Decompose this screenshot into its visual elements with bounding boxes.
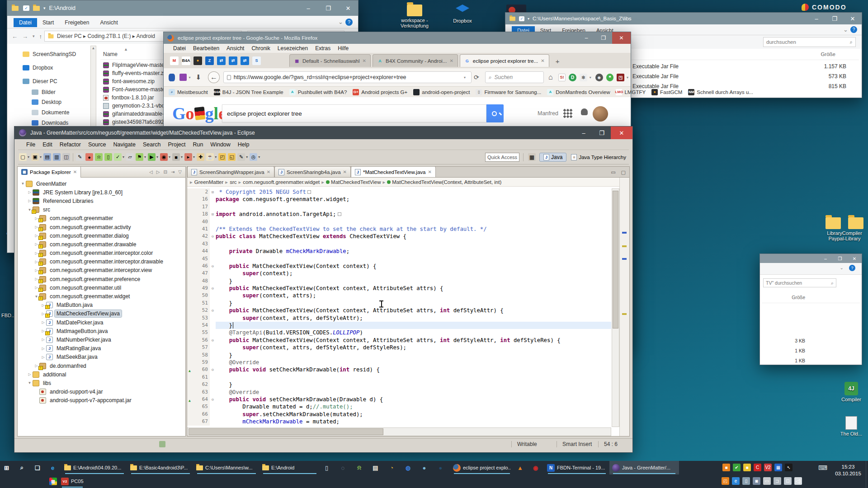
bookmark-item[interactable]: A Pushbullet with B4A? [289, 89, 347, 95]
dropdown-caret-icon[interactable]: ▾ [181, 155, 183, 159]
addon-caret-icon[interactable]: ▾ [590, 75, 591, 80]
tab-close-icon[interactable]: ✕ [267, 169, 270, 174]
view-toolbar-icon[interactable]: ▷ [156, 169, 160, 174]
code-line[interactable]: 47 super(context); [187, 270, 611, 277]
maximize-button[interactable]: ❐ [833, 254, 847, 263]
column-header-size[interactable]: Größe [808, 52, 835, 57]
junit-icon[interactable]: ▱ [126, 153, 134, 161]
globe-icon[interactable]: ◍ [401, 461, 418, 474]
bookmark-item[interactable]: NM Schnell durch Arrays u... [688, 89, 753, 95]
tab-close-icon[interactable]: ✕ [428, 169, 431, 174]
fold-toggle-icon[interactable]: ⊞ [210, 211, 216, 218]
code-line[interactable]: ▲64⊖ public void setCheckMarkDrawable(Dr… [187, 396, 611, 403]
menu-item[interactable]: Refactor [56, 140, 85, 149]
breadcrumb-item[interactable]: com.negusoft.greenmatter.widget [243, 179, 320, 185]
tray2-monitor-icon[interactable]: ⊡ [784, 477, 792, 485]
menu-item[interactable]: Window [207, 140, 234, 149]
fbdn-task[interactable]: NFBDN-Terminal - 19... [544, 461, 609, 474]
editor-tab[interactable]: J ScreenSharingb4a.java ✕ [274, 166, 351, 177]
reload-icon[interactable]: ⟳ [474, 74, 479, 81]
code-line[interactable]: 46⊖ public MatCheckedTextView(Context co… [187, 263, 611, 270]
save-icon[interactable]: ▤ [43, 153, 51, 161]
scroll-up-icon[interactable]: ▲ [91, 46, 96, 50]
help-icon[interactable]: ? [850, 26, 857, 33]
explorer-task[interactable]: E:\Basic4android3\P... [127, 461, 193, 474]
edge-button[interactable]: e [46, 461, 61, 474]
sverweis-addon-icon[interactable]: S! [558, 74, 566, 81]
browser-tab[interactable]: ▦ Default - Schnellauswahl ✕ [289, 54, 371, 67]
close-button[interactable]: ✕ [847, 254, 862, 263]
tree-expander-icon[interactable]: ▷ [27, 199, 32, 203]
tree-item[interactable]: ▷de.donmanfred [19, 361, 184, 370]
file-row[interactable]: Executable Jar File1.157 KB [632, 63, 859, 70]
tray-yellow-icon[interactable]: ■ [743, 464, 751, 471]
titlebar-caret-icon[interactable]: ▾ [43, 6, 46, 10]
vlc-icon[interactable]: ▲ [514, 461, 529, 474]
overview-ruler[interactable] [619, 178, 629, 436]
code-line[interactable]: 54 } [187, 322, 611, 329]
search-input[interactable]: durchsuchen ⌕ [763, 37, 856, 47]
dropdown-caret-icon[interactable]: ▾ [246, 155, 248, 159]
close-button[interactable]: ✕ [612, 32, 631, 44]
code-line[interactable]: 52⊖ public MatCheckedTextView(Context co… [187, 307, 611, 314]
menu-item[interactable]: Navigate [110, 140, 139, 149]
new-icon[interactable]: ▢ [19, 153, 27, 161]
file-row[interactable]: Executable Jar File573 KB [632, 73, 859, 80]
help-icon[interactable]: ? [345, 19, 353, 26]
firefox-title-bar[interactable]: eclipse project explorer tree - Google-S… [164, 32, 631, 44]
bookmark-item[interactable]: ● FastGCM [651, 89, 682, 95]
perspective-java-type-hierarchy[interactable]: ≡Java Type Hierarchy [568, 153, 629, 161]
ribbon-collapse-icon[interactable]: ⌄ [338, 19, 343, 25]
minimize-button[interactable]: – [575, 127, 593, 139]
tree-item[interactable]: ▷JMatRatingBar.java [19, 344, 184, 353]
pocket-addon-icon[interactable]: D [569, 74, 576, 81]
code-line[interactable]: 2⊞ * Copyright 2015 NEGU Soft [187, 188, 611, 196]
pinned-tab[interactable]: ⇄ [241, 56, 249, 65]
code-line[interactable]: 44 private Drawable mCheckMarkDrawable; [187, 248, 611, 255]
menu-item[interactable]: Edit [39, 140, 56, 149]
desktop-icon-workspace[interactable]: workspace -Verknüpfung [390, 5, 439, 28]
file-row[interactable]: font-awesome.zip [103, 78, 155, 84]
explorer-task[interactable]: E:\Android [259, 461, 320, 474]
minimize-button[interactable]: – [578, 32, 595, 44]
code-line[interactable]: ▲60⊖ public void setCheckMarkDrawable(in… [187, 366, 611, 373]
new-menu-icon[interactable]: ▣ [31, 153, 39, 161]
desktop-icon-compiler[interactable]: 4J Compiler [836, 382, 866, 402]
annotate-icon[interactable]: ✎ [237, 153, 245, 161]
code-line[interactable]: 48 } [187, 277, 611, 285]
open-resource-icon[interactable]: ◱ [228, 153, 236, 161]
menu-item[interactable]: File [23, 140, 39, 149]
menu-item[interactable]: Search [139, 140, 165, 149]
minimize-button[interactable]: – [807, 13, 826, 24]
bookmark-item[interactable]: B4A B4J - JSON Tree Example [214, 89, 283, 95]
code-line[interactable]: 57 super(context, attrs, defStyleAttr, d… [187, 344, 611, 351]
run-icon[interactable]: ▶ [148, 153, 156, 161]
code-line[interactable]: 53 super(context, attrs, defStyleAttr); [187, 314, 611, 322]
dropdown-caret-icon[interactable]: ▾ [144, 155, 146, 159]
home-icon[interactable]: ⌂ [548, 73, 553, 81]
start-button[interactable]: ⊞ [0, 461, 15, 474]
dropdown-caret-icon[interactable]: ▾ [258, 155, 260, 159]
editor-vscrollbar[interactable] [612, 188, 619, 427]
ribbon-collapse-icon[interactable]: ⌄ [840, 265, 844, 270]
menu-item[interactable]: Help [234, 140, 253, 149]
ball-icon[interactable]: ● [418, 461, 434, 474]
titlebar-caret-icon[interactable]: ▾ [528, 17, 529, 21]
pinned-tab[interactable]: ⇄ [217, 56, 226, 65]
menu-item[interactable]: Run [189, 140, 207, 149]
menu-item[interactable]: Ansicht [223, 44, 248, 52]
tree-item[interactable]: ▷com.negusoft.greenmatter.interceptor.vi… [19, 266, 184, 275]
code-line[interactable]: 17 [187, 203, 611, 211]
swirl-icon[interactable]: ◌ [336, 461, 353, 474]
code-line[interactable]: 41/** Extends the CheckedTextView to set… [187, 225, 611, 233]
url-dropdown-icon[interactable]: ▾ [464, 75, 466, 80]
minimize-view-icon[interactable]: ▭ [611, 169, 615, 175]
help-icon[interactable]: ? [849, 265, 855, 271]
notifications-bell-icon[interactable] [581, 108, 588, 115]
clock[interactable]: 15:23 03.10.2015 [832, 464, 864, 477]
tree-item[interactable]: ▷JMatDatePicker.java [19, 318, 184, 327]
view-close-icon[interactable]: ✕ [73, 169, 77, 174]
code-line[interactable]: 65 Drawable mutated = d;//.mutate(); [187, 403, 611, 410]
dropdown-caret-icon[interactable]: ▾ [169, 155, 170, 159]
desktop-icon-librarycompiler[interactable]: LibraryCompilerPaypal-Library [823, 217, 866, 241]
